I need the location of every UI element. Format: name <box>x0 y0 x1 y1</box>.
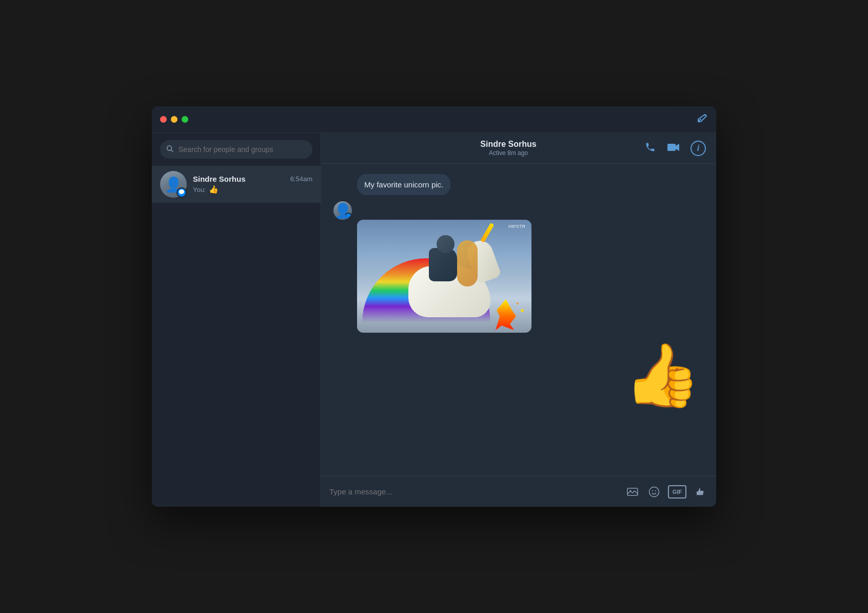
cat-body <box>429 248 457 281</box>
conv-preview-text: You: <box>193 186 206 194</box>
spark2 <box>517 302 519 304</box>
svg-rect-8 <box>697 491 698 495</box>
mane <box>457 240 478 286</box>
messenger-icon <box>179 189 184 196</box>
video-button[interactable] <box>667 141 680 156</box>
main-content: Sindre Sorhus 6:54am You: 👍 Sindre Sorhu… <box>152 133 716 507</box>
message-image-row: HIPSTR <box>331 201 706 333</box>
messenger-badge <box>176 187 187 198</box>
fire <box>496 299 516 330</box>
like-button[interactable] <box>693 484 708 500</box>
watermark: HIPSTR <box>508 224 525 229</box>
svg-rect-2 <box>667 144 676 151</box>
svg-point-7 <box>655 490 656 491</box>
maximize-button[interactable] <box>182 116 188 123</box>
chat-contact-name: Sindre Sorhus <box>372 140 644 149</box>
svg-point-5 <box>649 487 659 496</box>
message-row: My favorite unicorn pic. <box>331 174 706 195</box>
message-input-area: GIF <box>321 476 716 507</box>
search-container <box>152 133 321 166</box>
horn <box>481 223 495 243</box>
cat-head <box>437 235 455 253</box>
conv-preview: You: 👍 <box>193 185 312 194</box>
conv-time: 6:54am <box>290 175 312 183</box>
chat-image: HIPSTR <box>357 220 531 333</box>
conv-preview-thumb: 👍 <box>209 185 219 194</box>
conversation-item[interactable]: Sindre Sorhus 6:54am You: 👍 <box>152 166 321 203</box>
app-window: Sindre Sorhus 6:54am You: 👍 Sindre Sorhu… <box>152 106 716 507</box>
chat-area: Sindre Sorhus Active 8m ago <box>321 133 716 507</box>
image-attach-button[interactable] <box>625 484 640 500</box>
message-bubble-text: My favorite unicorn pic. <box>357 174 450 195</box>
svg-line-1 <box>171 150 173 152</box>
sidebar: Sindre Sorhus 6:54am You: 👍 <box>152 133 321 507</box>
thumbs-up-icon: 👍 <box>624 344 701 406</box>
gif-button[interactable]: GIF <box>668 485 686 499</box>
message-input[interactable] <box>329 487 619 496</box>
traffic-lights <box>160 116 188 123</box>
svg-point-6 <box>652 490 653 491</box>
sender-messenger-badge <box>345 213 352 220</box>
chat-contact-status: Active 8m ago <box>372 149 644 157</box>
chat-header-actions: i <box>644 141 706 156</box>
spark1 <box>521 309 524 312</box>
conv-name: Sindre Sorhus <box>193 175 246 183</box>
gif-label: GIF <box>673 489 682 495</box>
emoji-button[interactable] <box>646 484 662 500</box>
unicorn-scene: HIPSTR <box>357 220 531 333</box>
compose-button[interactable] <box>697 113 708 126</box>
like-sticker: 👍 <box>624 339 701 411</box>
search-icon <box>166 145 173 154</box>
title-bar <box>152 106 716 133</box>
conv-info: Sindre Sorhus 6:54am You: 👍 <box>193 175 312 194</box>
avatar-wrap <box>160 171 187 198</box>
message-image-wrap: HIPSTR <box>357 201 531 333</box>
chat-header: Sindre Sorhus Active 8m ago <box>321 133 716 164</box>
call-button[interactable] <box>644 141 657 156</box>
minimize-button[interactable] <box>171 116 177 123</box>
messages-area[interactable]: My favorite unicorn pic. <box>321 164 716 476</box>
close-button[interactable] <box>160 116 167 123</box>
sender-avatar <box>333 201 352 220</box>
chat-header-info: Sindre Sorhus Active 8m ago <box>372 140 644 157</box>
search-wrapper <box>160 140 312 159</box>
conv-header: Sindre Sorhus 6:54am <box>193 175 312 183</box>
search-input[interactable] <box>160 140 312 159</box>
info-button[interactable]: i <box>691 141 706 156</box>
info-icon: i <box>697 144 699 153</box>
